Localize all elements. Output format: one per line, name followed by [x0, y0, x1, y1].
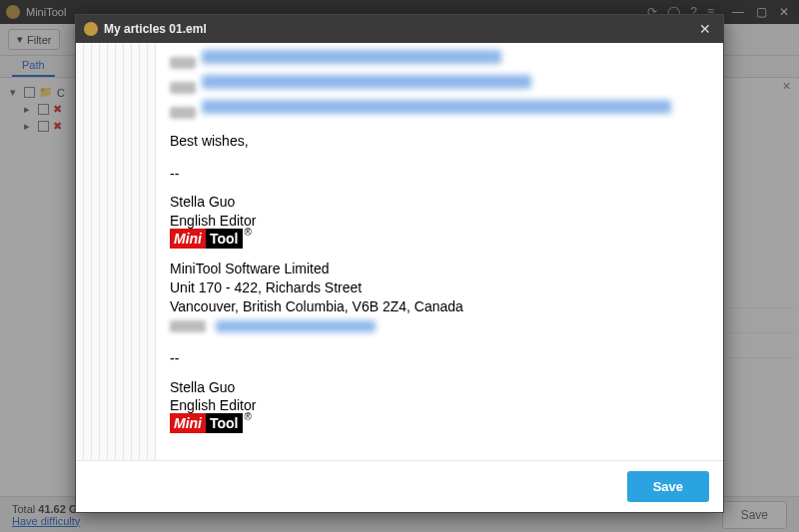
modal-footer: Save — [76, 460, 723, 512]
redacted-link — [202, 100, 671, 114]
address-line-2: Vancouver, British Columbia, V6B 2Z4, Ca… — [170, 297, 707, 316]
redacted-label — [170, 82, 196, 94]
close-icon[interactable]: ✕ — [695, 21, 715, 37]
redacted-label — [170, 107, 196, 119]
closing-text: Best wishes, — [170, 132, 707, 151]
sender-name: Stella Guo — [170, 378, 707, 397]
address-line-1: Unit 170 - 422, Richards Street — [170, 278, 707, 297]
separator-text: -- — [170, 349, 707, 368]
logo-red-part: Mini — [170, 413, 206, 433]
modal-titlebar: My articles 01.eml ✕ — [76, 15, 723, 43]
logo-black-part: Tool — [206, 229, 243, 249]
company-name: MiniTool Software Limited — [170, 260, 707, 278]
modal-app-icon — [84, 22, 98, 36]
modal-title-text: My articles 01.eml — [104, 22, 695, 36]
sender-name: Stella Guo — [170, 193, 707, 212]
line-gutter — [76, 43, 156, 460]
save-button[interactable]: Save — [627, 471, 709, 502]
logo-black-part: Tool — [206, 413, 243, 433]
separator-text: -- — [170, 165, 707, 184]
preview-modal: My articles 01.eml ✕ Best wishes, -- Ste… — [75, 14, 724, 513]
redacted-label — [170, 57, 196, 69]
redacted-email — [216, 320, 376, 332]
registered-mark: ® — [245, 227, 252, 238]
minitool-logo: MiniTool® — [170, 232, 250, 246]
redacted-link — [202, 75, 531, 89]
redacted-label — [170, 320, 206, 332]
registered-mark: ® — [245, 411, 252, 422]
email-content: Best wishes, -- Stella Guo English Edito… — [156, 43, 723, 460]
redacted-link — [202, 50, 501, 64]
logo-red-part: Mini — [170, 229, 206, 249]
minitool-logo: MiniTool® — [170, 416, 250, 430]
modal-body[interactable]: Best wishes, -- Stella Guo English Edito… — [76, 43, 723, 460]
modal-overlay: My articles 01.eml ✕ Best wishes, -- Ste… — [0, 0, 799, 532]
